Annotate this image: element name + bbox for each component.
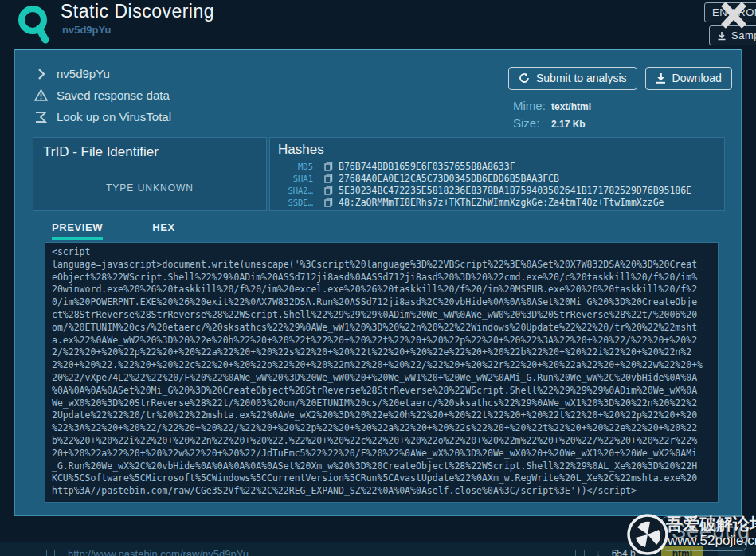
download-sample-icon [717,31,727,41]
copy-icon[interactable] [319,186,333,195]
header: Static Discovering nv5d9pYu ENVIRONM Sam… [0,0,756,48]
link-saved-response[interactable]: Saved response data [34,88,171,102]
pastebin-url-link[interactable]: http://www.pastebin.com/raw/nv5d9pYu [68,548,249,556]
hashes-section: Hashes MD5 B76B744BDB1659E6F0357655B8A86… [269,137,725,211]
tab-hex[interactable]: HEX [152,221,175,240]
hash-label: MD5 [278,162,313,171]
hashes-title: Hashes [278,142,716,158]
static-discovering-panel: nv5d9pYu Saved response data Look up on … [14,49,742,516]
download-icon [656,72,666,84]
download-button[interactable]: Download [645,67,732,90]
size-value: 2.17 Kb [551,119,586,130]
virustotal-icon [34,112,48,123]
preview-code: <script language=javascript>document.wri… [52,246,711,498]
sample-id: nv5d9pYu [62,24,111,36]
row-size: 654 b [612,548,636,556]
hash-value: 48:ZaQRMMmTI8ERhs7z+TKThEZhWImmXzgkGe:Za… [339,197,664,208]
hash-row-md5: MD5 B76B744BDB1659E6F0357655B8A8633F [278,160,716,172]
52pojie-watermark-name: 吾爱破解论坛 [666,513,756,535]
close-icon[interactable] [718,1,750,29]
trid-status: TYPE UNKNOWN [33,182,266,194]
hash-row-sha256: SHA2… 5E30234BC472235E5818236E8378BA1B75… [278,184,716,196]
sample-links: nv5d9pYu Saved response data Look up on … [34,67,171,134]
refresh-icon [519,72,530,84]
link-label: Look up on VirusTotal [57,110,171,123]
seebug-watermark: Seebug [672,519,750,544]
mime-label: Mime: [513,99,551,112]
file-meta: Mime: text/html Size: 2.17 Kb [513,99,728,130]
tab-preview[interactable]: PREVIEW [52,221,103,240]
preview-code-box[interactable]: <script language=javascript>document.wri… [45,242,719,503]
link-label: Saved response data [57,88,170,102]
hash-label: SSDE… [278,198,313,207]
chevron-right-icon [34,69,48,80]
warning-icon [34,89,48,101]
down-arrow-icon[interactable]: ↓ [596,548,601,556]
magnifier-logo-icon [16,3,57,46]
link-virustotal[interactable]: Look up on VirusTotal [34,110,171,123]
hash-label: SHA1 [278,174,313,183]
page-title: Static Discovering [61,1,214,22]
hash-value: 5E30234BC472235E5818236E8378BA1B75940350… [339,185,691,196]
hash-value: B76B744BDB1659E6F0357655B8A8633F [339,161,515,172]
submit-to-analysis-button[interactable]: Submit to analysis [508,67,637,90]
size-label: Size: [513,116,551,130]
results-table-row: http://www.pastebin.com/raw/nv5d9pYu ↓ 6… [0,542,756,556]
filetype-tag: html [661,546,703,556]
hash-row-sha1: SHA1 27684A0EA0E12CA5C73D0345DB6EDD6B5BA… [278,172,716,184]
hash-value: 27684A0EA0E12CA5C73D0345DB6EDD6B5BAA3FCB [339,173,559,184]
trid-section: TrID - File Identifier TYPE UNKNOWN [33,137,267,211]
hash-label: SHA2… [278,186,313,195]
grid-icon[interactable] [575,550,585,556]
preview-tabs: PREVIEW HEX [52,221,725,240]
mime-value: text/html [551,101,591,112]
row-cell [718,547,745,556]
link-label: nv5d9pYu [57,67,110,80]
trid-title: TrID - File Identifier [43,144,257,160]
row-checkbox[interactable] [46,550,55,556]
copy-icon[interactable] [319,162,333,171]
copy-icon[interactable] [319,198,333,207]
copy-icon[interactable] [319,174,333,183]
hash-row-ssdeep: SSDE… 48:ZaQRMMmTI8ERhs7z+TKThEZhWImmXzg… [278,196,716,208]
link-sample-name[interactable]: nv5d9pYu [34,67,171,80]
